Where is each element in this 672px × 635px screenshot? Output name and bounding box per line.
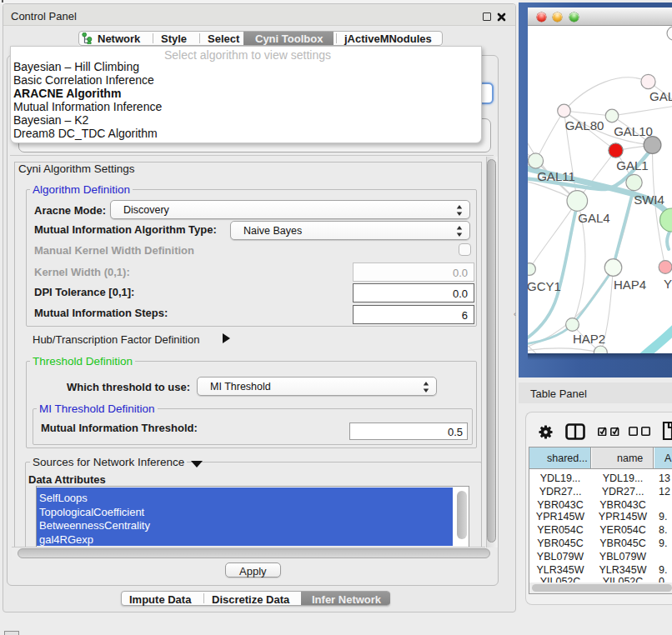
svg-text:GAL10: GAL10 xyxy=(614,124,653,138)
svg-text:HAP4: HAP4 xyxy=(614,278,646,292)
svg-text:GAL: GAL xyxy=(649,89,672,103)
svg-text:SWI4: SWI4 xyxy=(634,192,664,207)
svg-text:HAP2: HAP2 xyxy=(573,332,605,346)
svg-text:GAL80: GAL80 xyxy=(565,118,604,132)
svg-text:GAL11: GAL11 xyxy=(537,169,575,183)
svg-text:GAL1: GAL1 xyxy=(616,158,648,172)
svg-text:GAL4: GAL4 xyxy=(578,211,609,225)
svg-text:GCY1: GCY1 xyxy=(528,279,561,293)
svg-text:Y: Y xyxy=(664,277,672,291)
